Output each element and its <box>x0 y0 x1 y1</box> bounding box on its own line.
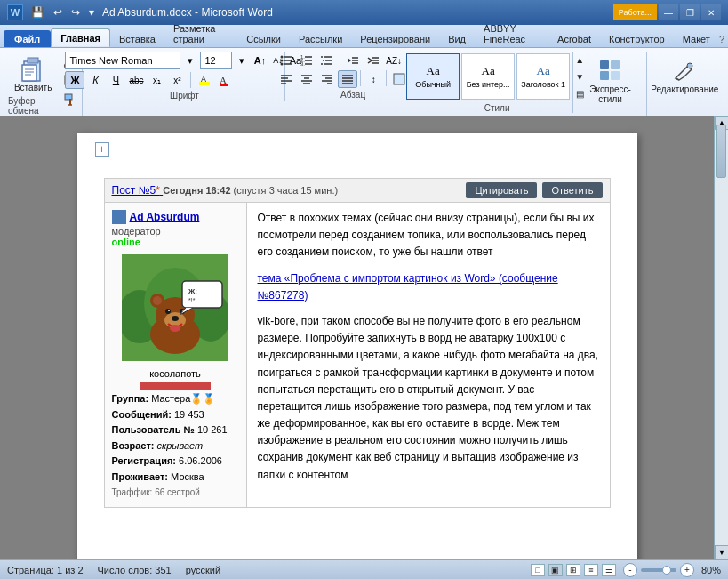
user-name-row: Ad Absurdum <box>112 210 239 224</box>
underline-button[interactable]: Ч <box>106 71 125 89</box>
editing-label: Редактирование <box>651 84 718 94</box>
paragraph-group: 1.2.3. AZ↓ ¶ <box>287 52 420 100</box>
draft-btn[interactable]: ☰ <box>602 564 616 576</box>
redo-quick-btn[interactable]: ↪ <box>68 5 83 20</box>
document-page: + Пост №5* Сегодня 16:42 (спустя 3 часа … <box>77 133 637 559</box>
print-view-btn[interactable]: □ <box>531 564 545 576</box>
font-selector: Times New Roman ▾ 12 ▾ A↑ A↓ Aa Ж К Ч ab… <box>61 52 307 89</box>
sort-button[interactable]: AZ↓ <box>384 52 404 69</box>
editing-group: Редактирование <box>649 52 721 97</box>
svg-point-78 <box>168 310 170 311</box>
tab-home[interactable]: Главная <box>51 28 110 47</box>
add-content-button[interactable]: + <box>95 142 109 157</box>
tab-abbyy[interactable]: ABBYY FineReac <box>475 20 548 47</box>
highlight-button[interactable]: A <box>195 71 214 89</box>
post-body: Ad Absurdum модератор online <box>105 203 610 507</box>
superscript-button[interactable]: x² <box>167 71 187 89</box>
scrollbar-vertical[interactable]: ▲ ▼ <box>714 116 728 559</box>
full-reading-btn[interactable]: ▣ <box>548 564 563 576</box>
express-styles-button[interactable]: Экспресс-стили <box>580 55 641 107</box>
post-number-link[interactable]: Пост №5* <box>112 184 164 197</box>
svg-point-19 <box>281 63 284 66</box>
italic-button[interactable]: К <box>85 71 105 89</box>
styles-group: Aa Обычный Aa Без интер... Aa Заголовок … <box>422 52 573 113</box>
tab-acrobat[interactable]: Acrobat <box>548 30 600 47</box>
font-name-box[interactable]: Times New Roman <box>65 52 180 69</box>
bullets-button[interactable] <box>276 52 296 69</box>
word-count: Число слов: 351 <box>98 565 172 575</box>
reply-button[interactable]: Ответить <box>542 182 602 198</box>
outline-btn[interactable]: ≡ <box>584 564 598 576</box>
font-size-box[interactable]: 12 <box>200 52 232 69</box>
tab-layout[interactable]: Разметка страни <box>164 20 237 47</box>
quick-access-toolbar: 💾 ↩ ↪ ▾ <box>28 5 97 20</box>
zoom-in-btn[interactable]: + <box>680 563 694 577</box>
minimize-button[interactable]: — <box>659 4 678 20</box>
document-area: + Пост №5* Сегодня 16:42 (спустя 3 часа … <box>0 116 714 559</box>
svg-rect-2 <box>22 65 36 81</box>
tab-references[interactable]: Ссылки <box>237 30 290 47</box>
svg-text:A: A <box>220 75 227 85</box>
format-row: Ж К Ч abc x₁ x² A A <box>65 71 303 89</box>
scrollbar-thumb[interactable] <box>716 125 726 178</box>
decrease-indent[interactable] <box>343 52 363 69</box>
tab-constructor[interactable]: Конструктор <box>600 30 674 47</box>
tab-layout2[interactable]: Макет <box>674 30 719 47</box>
multilevel-list-button[interactable] <box>317 52 337 69</box>
tab-mailings[interactable]: Рассылки <box>290 30 351 47</box>
svg-point-72 <box>153 296 162 305</box>
font-size-increase[interactable]: A↑ <box>252 52 268 69</box>
svg-point-31 <box>321 63 323 65</box>
style-h1[interactable]: Aa Заголовок 1 <box>516 53 570 100</box>
bold-button[interactable]: Ж <box>65 71 84 89</box>
svg-text:Ж:: Ж: <box>188 287 197 295</box>
zoom-out-btn[interactable]: - <box>623 563 637 577</box>
user-name-link[interactable]: Ad Absurdum <box>130 211 200 223</box>
cite-button[interactable]: Цитировать <box>466 182 537 198</box>
editing-button[interactable]: Редактирование <box>644 55 724 97</box>
scroll-down-arrow[interactable]: ▼ <box>715 545 728 559</box>
tab-insert[interactable]: Вставка <box>110 30 164 47</box>
numbering-button[interactable]: 1.2.3. <box>297 52 316 69</box>
format-painter-button[interactable] <box>60 91 81 109</box>
tab-review[interactable]: Рецензировани <box>351 30 439 47</box>
paste-button[interactable]: Вставить <box>8 52 58 95</box>
font-group: Times New Roman ▾ 12 ▾ A↑ A↓ Aa Ж К Ч ab… <box>84 52 284 101</box>
align-left[interactable] <box>276 70 296 88</box>
para-sep2 <box>360 70 361 86</box>
web-layout-btn[interactable]: ⊞ <box>566 564 580 576</box>
strikethrough-button[interactable]: abc <box>126 71 146 89</box>
font-size-dropdown[interactable]: ▾ <box>234 52 250 69</box>
window-controls: Работа... — ❐ ✕ <box>613 4 721 20</box>
close-button[interactable]: ✕ <box>701 4 721 20</box>
style-normal[interactable]: Aa Обычный <box>406 53 460 100</box>
svg-rect-61 <box>600 71 609 80</box>
style-nospacing[interactable]: Aa Без интер... <box>461 53 515 100</box>
restore-button[interactable]: ❐ <box>680 4 700 20</box>
svg-point-64 <box>687 63 692 68</box>
increase-indent[interactable] <box>364 52 383 69</box>
tab-view[interactable]: Вид <box>439 30 475 47</box>
align-right[interactable] <box>317 70 337 88</box>
font-color-button[interactable]: A <box>215 71 235 89</box>
subscript-button[interactable]: x₁ <box>147 71 166 89</box>
tab-file[interactable]: Файл <box>4 30 51 47</box>
clipboard-label: Буфер обмена <box>8 96 58 116</box>
para-group-label: Абзац <box>340 90 365 100</box>
zoom-slider[interactable]: - + <box>623 564 694 576</box>
align-center[interactable] <box>297 70 316 88</box>
work-button[interactable]: Работа... <box>613 4 657 20</box>
qa-dropdown[interactable]: ▾ <box>86 5 97 20</box>
justify[interactable] <box>338 70 357 88</box>
svg-point-81 <box>170 325 180 332</box>
undo-quick-btn[interactable]: ↩ <box>51 5 65 20</box>
slider-track[interactable] <box>641 568 676 572</box>
styles-group-label: Стили <box>484 103 510 113</box>
related-link[interactable]: тема «Проблема с импортом картинок из Wo… <box>258 270 599 304</box>
svg-rect-59 <box>600 60 609 69</box>
save-quick-btn[interactable]: 💾 <box>28 5 47 20</box>
font-name-dropdown[interactable]: ▾ <box>182 52 198 69</box>
line-spacing[interactable]: ↕ <box>364 70 383 88</box>
status-right: □ ▣ ⊞ ≡ ☰ - + 80% <box>531 564 721 576</box>
svg-text:A: A <box>201 75 206 84</box>
